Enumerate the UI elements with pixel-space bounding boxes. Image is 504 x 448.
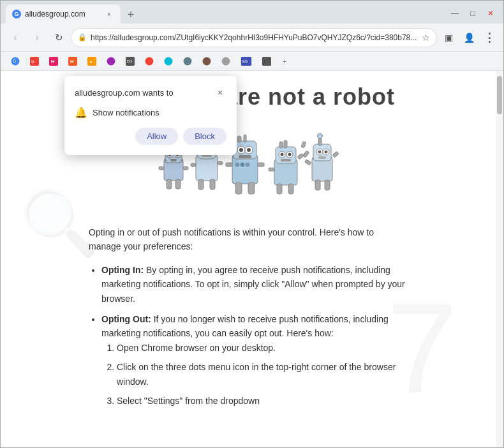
bookmark-item-6[interactable] xyxy=(103,56,119,67)
svg-rect-87 xyxy=(305,160,311,165)
toolbar-right: ▣ 👤 ⋮ xyxy=(440,29,498,47)
url-text: https://alludesgroup.com/ZUtgI6iycKKY2qo… xyxy=(91,33,418,42)
svg-rect-28 xyxy=(170,159,177,161)
menu-button[interactable]: ⋮ xyxy=(480,29,498,47)
tab-close-button[interactable]: × xyxy=(104,9,114,19)
add-bookmark-icon: + xyxy=(281,57,290,66)
bookmark-icon-4: H xyxy=(68,57,77,66)
svg-text:+: + xyxy=(283,57,286,64)
svg-point-16 xyxy=(203,57,211,65)
svg-rect-72 xyxy=(284,140,287,148)
svg-point-68 xyxy=(281,153,284,156)
bookmark-item-12[interactable] xyxy=(218,56,234,67)
popup-notification-text: Show notifications xyxy=(93,108,159,117)
bookmark-item-box[interactable] xyxy=(258,56,275,67)
svg-rect-70 xyxy=(281,159,291,161)
svg-rect-76 xyxy=(277,184,282,194)
block-button[interactable]: Block xyxy=(183,128,226,145)
svg-rect-89 xyxy=(303,151,309,158)
svg-rect-74 xyxy=(301,142,306,148)
bookmark-item-plus[interactable]: + xyxy=(278,56,294,67)
bookmark-icon-9 xyxy=(164,57,173,66)
opting-in-title: Opting In: xyxy=(101,265,144,275)
bookmark-icon-6 xyxy=(107,57,115,66)
svg-rect-75 xyxy=(269,168,274,171)
svg-rect-33 xyxy=(167,179,172,189)
svg-point-52 xyxy=(239,148,243,152)
address-bar[interactable]: 🔒 https://alludesgroup.com/ZUtgI6iycKKY2… xyxy=(71,28,437,47)
steps-list: Open Chrome browser on your desktop. Cli… xyxy=(117,341,408,408)
bookmark-item-11[interactable] xyxy=(198,56,215,67)
svg-rect-58 xyxy=(258,163,264,167)
svg-point-15 xyxy=(184,57,192,65)
back-button[interactable]: ‹ xyxy=(6,28,25,47)
lock-icon: 🔒 xyxy=(78,33,87,41)
bookmark-icon-7: DG xyxy=(126,57,135,66)
svg-rect-20 xyxy=(262,57,271,66)
svg-rect-57 xyxy=(226,163,232,167)
opting-out-item: Opting Out: If you no longer wish to rec… xyxy=(101,312,408,408)
svg-rect-54 xyxy=(239,155,251,158)
svg-text:XG: XG xyxy=(242,59,248,63)
xg-icon: XG xyxy=(241,57,252,66)
bookmark-item-2[interactable]: b xyxy=(26,56,43,67)
bookmark-item-10[interactable] xyxy=(179,56,196,67)
active-tab[interactable]: G alludesgroup.com × xyxy=(6,4,121,24)
bookmark-item-5[interactable]: a xyxy=(84,56,100,67)
step-2: Click on the three dots menu icon in the… xyxy=(117,360,408,389)
browser-window: G alludesgroup.com × + — □ ✕ ‹ › ↻ 🔒 htt… xyxy=(0,0,504,448)
bookmark-item-8[interactable] xyxy=(141,56,158,67)
close-button[interactable]: ✕ xyxy=(483,6,498,21)
svg-point-83 xyxy=(325,151,328,154)
bookmark-icon-11 xyxy=(202,57,211,66)
svg-rect-55 xyxy=(237,136,241,142)
svg-text:H: H xyxy=(70,58,73,64)
google-icon: G xyxy=(11,57,20,66)
sidebar-toggle-button[interactable]: ▣ xyxy=(440,29,457,47)
bookmark-icon-2: b xyxy=(30,57,39,66)
svg-rect-71 xyxy=(279,142,283,148)
bookmark-icon-3: H xyxy=(49,57,58,66)
svg-rect-48 xyxy=(232,155,258,184)
step-1: Open Chrome browser on your desktop. xyxy=(117,341,408,355)
svg-rect-77 xyxy=(288,184,293,194)
bookmark-item-9[interactable] xyxy=(160,56,177,67)
bookmark-icon-10 xyxy=(183,57,192,66)
svg-rect-62 xyxy=(241,163,244,167)
svg-rect-56 xyxy=(244,135,246,142)
svg-rect-46 xyxy=(198,179,204,190)
scrollbar[interactable] xyxy=(496,71,503,447)
bookmark-item-xg[interactable]: XG xyxy=(237,56,256,67)
svg-text:DG: DG xyxy=(127,59,133,63)
bookmark-item-google[interactable]: G xyxy=(7,56,24,67)
svg-rect-59 xyxy=(235,183,242,194)
svg-rect-60 xyxy=(248,183,255,194)
bookmark-star-icon[interactable]: ☆ xyxy=(422,33,430,43)
forward-button[interactable]: › xyxy=(27,28,47,47)
notification-popup: alludesgroup.com wants to × 🔔 Show notif… xyxy=(64,76,237,155)
refresh-button[interactable]: ↻ xyxy=(49,28,68,47)
minimize-button[interactable]: — xyxy=(447,6,463,21)
svg-rect-45 xyxy=(218,161,223,165)
svg-rect-32 xyxy=(183,167,188,170)
popup-header: alludesgroup.com wants to × xyxy=(75,86,226,99)
scrollbar-thumb[interactable] xyxy=(497,76,502,114)
svg-rect-85 xyxy=(318,138,322,146)
svg-point-10 xyxy=(107,57,115,65)
popup-close-button[interactable]: × xyxy=(214,86,226,99)
maximize-button[interactable]: □ xyxy=(465,6,480,21)
bookmark-item-3[interactable]: H xyxy=(45,56,62,67)
tab-bar: G alludesgroup.com × + — □ ✕ xyxy=(1,1,503,24)
svg-point-53 xyxy=(247,148,251,152)
popup-notification-row: 🔔 Show notifications xyxy=(75,107,226,119)
bookmark-item-4[interactable]: H xyxy=(64,56,81,67)
popup-title: alludesgroup.com wants to xyxy=(75,88,174,98)
svg-point-69 xyxy=(288,153,292,156)
new-tab-button[interactable]: + xyxy=(122,6,140,24)
svg-point-13 xyxy=(145,57,154,65)
window-controls: — □ ✕ xyxy=(447,6,498,24)
bookmark-item-7[interactable]: DG xyxy=(122,56,138,67)
profile-button[interactable]: 👤 xyxy=(460,29,478,47)
allow-button[interactable]: Allow xyxy=(135,128,178,145)
tab-favicon: G xyxy=(12,10,21,19)
